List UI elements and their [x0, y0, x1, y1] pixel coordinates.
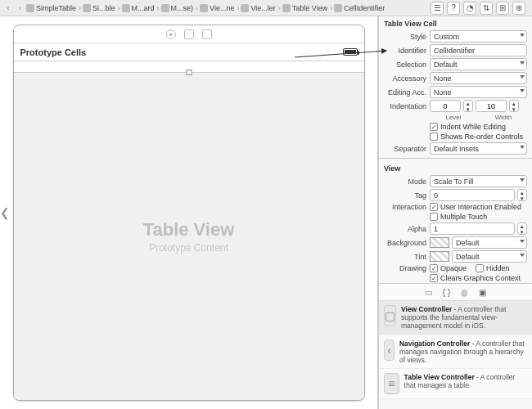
- lib-tab-file-icon[interactable]: ▭: [423, 286, 435, 298]
- back-nav[interactable]: ‹: [3, 2, 13, 14]
- first-responder-icon[interactable]: [184, 29, 194, 39]
- device-frame: ● Prototype Cells Table View Prototype C…: [13, 25, 365, 401]
- reorder-checkbox[interactable]: [430, 133, 438, 141]
- bc-item[interactable]: Vie...ler›: [241, 4, 281, 12]
- lib-tab-object-icon[interactable]: ◎: [459, 286, 471, 298]
- bc-item[interactable]: SimpleTable›: [26, 4, 82, 12]
- section-cell: Table View Cell: [379, 16, 532, 29]
- object-library: ▭ { } ◎ ▣ ▢ View Controller - A controll…: [379, 283, 532, 399]
- tint-select[interactable]: Default: [452, 250, 527, 263]
- identity-inspector-icon[interactable]: ◔: [463, 2, 476, 15]
- selection-select[interactable]: Default: [430, 58, 527, 70]
- prototype-cell[interactable]: [14, 61, 364, 73]
- hidden-checkbox[interactable]: [476, 264, 484, 272]
- indent-level-field[interactable]: [430, 100, 461, 112]
- exit-icon[interactable]: [202, 29, 212, 39]
- size-inspector-icon[interactable]: ⊞: [496, 2, 509, 15]
- attributes-inspector: Table View Cell StyleCustom IdentifierCe…: [378, 16, 532, 409]
- bc-item[interactable]: Table View›: [282, 4, 333, 12]
- mt-checkbox[interactable]: [430, 213, 438, 221]
- attributes-inspector-icon[interactable]: ⇅: [480, 2, 493, 15]
- stepper[interactable]: ▴▾: [517, 222, 527, 235]
- bc-item[interactable]: Si...ble›: [83, 4, 121, 12]
- indent-editing-checkbox[interactable]: [430, 123, 438, 131]
- fwd-nav[interactable]: ›: [15, 2, 25, 14]
- cgc-checkbox[interactable]: [430, 274, 438, 282]
- lib-item-viewcontroller[interactable]: ▢ View Controller - A controller that su…: [379, 301, 532, 335]
- bg-select[interactable]: Default: [452, 236, 527, 249]
- tv-placeholder-title: Table View: [143, 219, 235, 240]
- opaque-checkbox[interactable]: [430, 264, 438, 272]
- bc-item[interactable]: M...se)›: [161, 4, 200, 12]
- file-inspector-icon[interactable]: ☰: [431, 2, 444, 15]
- style-select[interactable]: Custom: [430, 30, 527, 43]
- identifier-field[interactable]: CellIdentifier: [430, 44, 527, 56]
- mode-select[interactable]: Scale To Fill: [430, 175, 527, 187]
- separator-select[interactable]: Default Insets: [430, 142, 527, 155]
- prototype-title: Prototype Cells: [20, 47, 87, 57]
- breadcrumb: SimpleTable› Si...ble› M...ard› M...se)›…: [26, 4, 429, 12]
- lib-tab-code-icon[interactable]: { }: [441, 286, 453, 298]
- inspector-tabs: ☰ ? ◔ ⇅ ⊞ ⊕: [431, 2, 529, 15]
- tint-swatch[interactable]: [430, 251, 449, 262]
- lib-item-navcontroller[interactable]: ‹ Navigation Controller - A controller t…: [379, 335, 532, 370]
- bc-item[interactable]: CellIdentifier: [334, 4, 385, 12]
- prototype-header: Prototype Cells: [14, 43, 364, 61]
- tag-field[interactable]: 0: [430, 189, 515, 201]
- uie-checkbox[interactable]: [430, 203, 438, 211]
- scene-toolbar: ●: [14, 25, 364, 43]
- accessory-select[interactable]: None: [430, 72, 527, 84]
- resize-handle[interactable]: [186, 70, 192, 75]
- section-view: View: [379, 161, 532, 174]
- canvas[interactable]: ❮ ● Prototype Cells Table View Prototype…: [0, 16, 378, 409]
- tv-placeholder-sub: Prototype Content: [149, 242, 228, 254]
- scene-nav-left-icon[interactable]: ❮: [0, 206, 10, 219]
- table-view-body[interactable]: Table View Prototype Content: [14, 73, 364, 400]
- alpha-field[interactable]: 1: [430, 222, 515, 235]
- connections-inspector-icon[interactable]: ⊕: [512, 2, 525, 15]
- tc-icon: ≡: [384, 373, 399, 394]
- lib-item-tablecontroller[interactable]: ≡ Table View Controller - A controller t…: [379, 369, 532, 399]
- bc-item[interactable]: Vie...ne›: [200, 4, 240, 12]
- lib-tab-media-icon[interactable]: ▣: [477, 286, 489, 298]
- nc-icon: ‹: [384, 339, 394, 361]
- bc-item[interactable]: M...ard›: [122, 4, 160, 12]
- editing-acc-select[interactable]: None: [430, 86, 527, 98]
- stepper[interactable]: ▴▾: [463, 100, 473, 112]
- scene-dot-icon[interactable]: ●: [166, 29, 176, 39]
- indent-width-field[interactable]: [476, 100, 507, 112]
- help-inspector-icon[interactable]: ?: [447, 2, 460, 15]
- stepper[interactable]: ▴▾: [509, 100, 519, 112]
- vc-icon: ▢: [384, 305, 396, 326]
- bg-swatch[interactable]: [430, 237, 449, 248]
- battery-icon: [343, 48, 358, 56]
- stepper[interactable]: ▴▾: [517, 189, 527, 201]
